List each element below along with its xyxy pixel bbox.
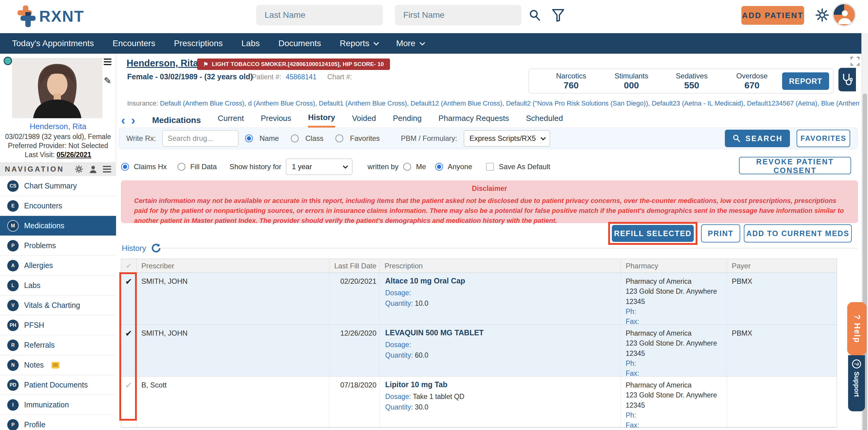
col-prescription[interactable]: Prescription [379,259,621,273]
radio-class[interactable] [291,135,299,142]
nav-todays-appointments[interactable]: Today's Appointments [12,38,94,48]
last-visit-date-link[interactable]: 05/26/2021 [57,151,91,159]
history-period-select[interactable]: 1 year [286,159,352,175]
insurance-value[interactable]: Default (Anthem Blue Cross), d (Anthem B… [160,99,860,107]
drug-name-link[interactable]: Altace 10 mg Oral Cap [385,277,621,285]
row-checkbox-checked[interactable]: ✔ [125,329,132,338]
sidebar-item-encounters[interactable]: EEncounters [0,196,116,216]
expand-icon[interactable] [850,57,860,67]
note-icon [52,362,59,369]
edit-icon[interactable]: ✎ [104,76,111,86]
filter-icon[interactable] [552,8,565,24]
item-badge: M [7,220,19,232]
fill-data-label: Fill Data [190,163,217,171]
chevron-left-icon[interactable]: ‹ [121,116,125,125]
search-drug-button[interactable]: SEARCH [725,130,790,147]
chevron-right-icon[interactable]: › [131,116,135,125]
sidebar-item-pfsh[interactable]: PHPFSH [0,315,116,335]
person-icon[interactable] [89,165,97,173]
refill-selected-button[interactable]: REFILL SELECTED [612,225,694,242]
radio-claims-hx[interactable] [121,163,129,171]
drug-name-link[interactable]: LEVAQUIN 500 MG TABLET [385,328,621,337]
radio-fill-data[interactable] [178,163,185,171]
list-menu-icon[interactable] [104,58,112,65]
nav-labs[interactable]: Labs [241,38,260,48]
row-checkbox-checked[interactable]: ✔ [125,277,132,286]
pbm-formulary-select[interactable]: Express Scripts/RX5 [464,130,550,147]
first-name-search-input[interactable] [395,5,521,25]
score-stimulants: Stimulants000 [601,72,661,90]
search-icon[interactable] [528,8,542,24]
radio-anyone[interactable] [435,163,443,171]
col-prescriber[interactable]: Prescriber [136,259,329,273]
sidebar-item-medications[interactable]: MMedications [0,216,116,236]
user-avatar[interactable] [832,3,856,27]
select-all-check-icon[interactable]: ✔ [121,259,136,273]
claims-hx-label: Claims Hx [134,163,167,171]
nav-documents[interactable]: Documents [278,38,321,48]
sidebar-item-vitals-charting[interactable]: VVitals & Charting [0,295,116,315]
save-as-default-checkbox[interactable] [486,163,494,171]
last-name-search-input[interactable] [256,5,383,25]
radio-me[interactable] [403,163,411,171]
drug-name-link[interactable]: Lipitor 10 mg Tab [385,380,621,389]
sidebar-item-patient-documents[interactable]: PDPatient Documents [0,375,116,395]
sidebar-item-notes[interactable]: NNotes [0,355,116,375]
row-prescriber: SMITH, JOHN [136,273,329,324]
sidebar-item-immunization[interactable]: IImmunization [0,395,116,415]
last-visit-label: Last Visit: [25,151,55,159]
nav-prescriptions[interactable]: Prescriptions [174,38,223,48]
report-button[interactable]: REPORT [782,73,829,90]
divider [161,248,858,249]
add-to-current-meds-button[interactable]: ADD TO CURRENT MEDS [744,224,852,242]
sidebar-item-labs[interactable]: LLabs [0,276,116,295]
sidebar-item-referrals[interactable]: RReferrals [0,335,116,355]
rxnt-logo[interactable]: RXNT [17,5,84,27]
radio-name[interactable] [245,135,253,142]
support-tab[interactable]: ? Support [848,355,865,411]
write-rx-label: Write Rx: [126,134,156,143]
tab-previous[interactable]: Previous [261,114,291,127]
revoke-patient-consent-button[interactable]: REVOKE PATIENT CONSENT [739,157,851,174]
nav-encounters[interactable]: Encounters [113,38,156,48]
item-badge: R [7,340,19,351]
patient-number-link[interactable]: 45868141 [286,73,316,81]
sidebar-item-allergies[interactable]: AAllergies [0,256,116,276]
gear-icon[interactable] [814,7,830,24]
refresh-icon[interactable] [151,243,161,253]
row-prescription: Altace 10 mg Oral Cap Dosage: Quantity: … [379,273,621,324]
favorites-button[interactable]: FAVORITES [797,130,850,147]
tab-pending[interactable]: Pending [393,114,421,127]
gear-icon[interactable] [74,165,84,174]
sidebar-item-chart-summary[interactable]: CSChart Summary [0,176,116,196]
sidebar-item-profile[interactable]: PProfile [0,415,116,430]
tab-scheduled[interactable]: Scheduled [526,114,563,127]
add-patient-button[interactable]: ADD PATIENT [741,6,804,25]
tab-history[interactable]: History [308,113,335,127]
nav-reports[interactable]: Reports [340,38,377,48]
item-badge: I [7,399,19,411]
col-pharmacy[interactable]: Pharmacy [621,259,727,273]
sidebar-patient-name-link[interactable]: Henderson, Rita [0,122,116,131]
col-last-fill-date[interactable]: Last Fill Date [329,259,379,273]
tab-voided[interactable]: Voided [352,114,376,127]
stethoscope-icon[interactable] [838,68,856,91]
nav-more[interactable]: More [396,38,424,48]
support-tab-label: Support [852,372,861,397]
tab-current[interactable]: Current [218,114,244,127]
sidebar-item-problems[interactable]: PProblems [0,236,116,256]
row-pharmacy: Pharmacy of America 123 Gold Stone Dr. A… [621,377,727,427]
row-last-fill: 07/18/2020 [329,377,379,427]
patient-name-link[interactable]: Henderson, Rita [127,58,198,69]
print-button[interactable]: PRINT [701,224,740,242]
row-checkbox-unchecked[interactable]: ✔ [125,380,132,390]
table-row: ✔ SMITH, JOHN 12/26/2020 LEVAQUIN 500 MG… [121,325,837,377]
col-payer[interactable]: Payer [727,259,835,273]
help-tab[interactable]: ? Help [847,302,867,355]
row-payer: PBMX [727,273,835,324]
list-icon[interactable] [103,166,111,172]
tab-pharmacy-requests[interactable]: Pharmacy Requests [438,114,509,127]
drug-search-input[interactable] [162,130,239,147]
radio-class-label: Class [305,134,323,143]
radio-favorites[interactable] [336,135,343,142]
